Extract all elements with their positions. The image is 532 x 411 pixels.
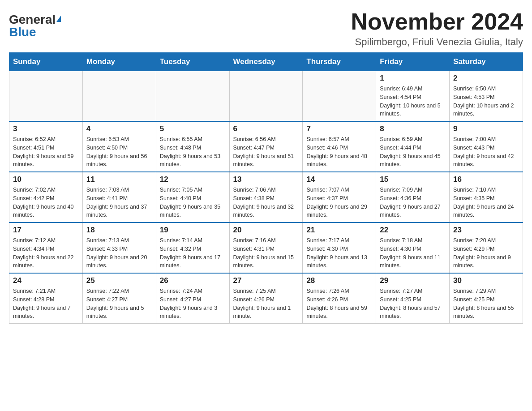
- logo-triangle-icon: [56, 16, 61, 22]
- calendar-cell: 2Sunrise: 6:50 AMSunset: 4:53 PMDaylight…: [450, 71, 523, 122]
- logo: General Blue: [9, 9, 61, 39]
- calendar-cell: 6Sunrise: 6:56 AMSunset: 4:47 PMDaylight…: [229, 121, 303, 172]
- calendar-cell: 23Sunrise: 7:20 AMSunset: 4:29 PMDayligh…: [450, 223, 523, 273]
- day-info: Sunrise: 6:56 AMSunset: 4:47 PMDaylight:…: [233, 135, 299, 169]
- day-info: Sunrise: 7:06 AMSunset: 4:38 PMDaylight:…: [233, 186, 299, 219]
- calendar-cell: 29Sunrise: 7:27 AMSunset: 4:25 PMDayligh…: [376, 273, 450, 324]
- day-of-week-header: Tuesday: [156, 53, 229, 71]
- day-number: 20: [233, 226, 299, 235]
- day-number: 12: [160, 175, 226, 184]
- location-subtitle: Spilimbergo, Friuli Venezia Giulia, Ital…: [351, 36, 523, 48]
- day-number: 19: [160, 226, 226, 235]
- day-info: Sunrise: 7:12 AMSunset: 4:34 PMDaylight:…: [13, 236, 79, 270]
- day-info: Sunrise: 6:57 AMSunset: 4:46 PMDaylight:…: [306, 135, 372, 169]
- day-number: 2: [453, 74, 519, 83]
- day-of-week-header: Sunday: [9, 53, 83, 71]
- logo-general-text: General: [9, 13, 56, 26]
- calendar-cell: 4Sunrise: 6:53 AMSunset: 4:50 PMDaylight…: [82, 121, 156, 172]
- day-info: Sunrise: 7:13 AMSunset: 4:33 PMDaylight:…: [86, 236, 152, 270]
- day-info: Sunrise: 6:59 AMSunset: 4:44 PMDaylight:…: [380, 135, 446, 169]
- calendar-table: SundayMondayTuesdayWednesdayThursdayFrid…: [9, 52, 523, 324]
- day-number: 5: [160, 124, 226, 133]
- calendar-cell: 12Sunrise: 7:05 AMSunset: 4:40 PMDayligh…: [156, 172, 229, 223]
- calendar-cell: 7Sunrise: 6:57 AMSunset: 4:46 PMDaylight…: [303, 121, 376, 172]
- day-number: 11: [86, 175, 152, 184]
- calendar-cell: 11Sunrise: 7:03 AMSunset: 4:41 PMDayligh…: [82, 172, 156, 223]
- day-number: 6: [233, 124, 299, 133]
- day-number: 7: [306, 124, 372, 133]
- day-info: Sunrise: 7:16 AMSunset: 4:31 PMDaylight:…: [233, 236, 299, 270]
- title-area: November 2024 Spilimbergo, Friuli Venezi…: [351, 9, 523, 48]
- calendar-week-row: 17Sunrise: 7:12 AMSunset: 4:34 PMDayligh…: [9, 223, 523, 273]
- day-info: Sunrise: 7:25 AMSunset: 4:26 PMDaylight:…: [233, 287, 299, 321]
- calendar-cell: 18Sunrise: 7:13 AMSunset: 4:33 PMDayligh…: [82, 223, 156, 273]
- day-number: 23: [453, 226, 519, 235]
- calendar-cell: [9, 71, 83, 122]
- day-number: 21: [306, 226, 372, 235]
- day-info: Sunrise: 7:27 AMSunset: 4:25 PMDaylight:…: [380, 287, 446, 321]
- calendar-cell: 22Sunrise: 7:18 AMSunset: 4:30 PMDayligh…: [376, 223, 450, 273]
- day-of-week-header: Monday: [82, 53, 156, 71]
- day-info: Sunrise: 7:29 AMSunset: 4:25 PMDaylight:…: [453, 287, 519, 321]
- calendar-cell: 15Sunrise: 7:09 AMSunset: 4:36 PMDayligh…: [376, 172, 450, 223]
- calendar-week-row: 10Sunrise: 7:02 AMSunset: 4:42 PMDayligh…: [9, 172, 523, 223]
- calendar-cell: 10Sunrise: 7:02 AMSunset: 4:42 PMDayligh…: [9, 172, 83, 223]
- day-info: Sunrise: 7:00 AMSunset: 4:43 PMDaylight:…: [453, 135, 519, 169]
- calendar-week-row: 1Sunrise: 6:49 AMSunset: 4:54 PMDaylight…: [9, 71, 523, 122]
- calendar-cell: 17Sunrise: 7:12 AMSunset: 4:34 PMDayligh…: [9, 223, 83, 273]
- day-number: 27: [233, 276, 299, 285]
- calendar-cell: 13Sunrise: 7:06 AMSunset: 4:38 PMDayligh…: [229, 172, 303, 223]
- day-number: 26: [160, 276, 226, 285]
- day-number: 4: [86, 124, 152, 133]
- calendar-cell: 19Sunrise: 7:14 AMSunset: 4:32 PMDayligh…: [156, 223, 229, 273]
- calendar-cell: 1Sunrise: 6:49 AMSunset: 4:54 PMDaylight…: [376, 71, 450, 122]
- calendar-cell: 20Sunrise: 7:16 AMSunset: 4:31 PMDayligh…: [229, 223, 303, 273]
- day-number: 13: [233, 175, 299, 184]
- page-header: General Blue November 2024 Spilimbergo, …: [9, 9, 523, 48]
- calendar-cell: 21Sunrise: 7:17 AMSunset: 4:30 PMDayligh…: [303, 223, 376, 273]
- calendar-cell: 16Sunrise: 7:10 AMSunset: 4:35 PMDayligh…: [450, 172, 523, 223]
- day-info: Sunrise: 7:02 AMSunset: 4:42 PMDaylight:…: [13, 186, 79, 219]
- logo-blue-text: Blue: [9, 26, 36, 39]
- calendar-cell: [229, 71, 303, 122]
- day-info: Sunrise: 7:20 AMSunset: 4:29 PMDaylight:…: [453, 236, 519, 270]
- day-info: Sunrise: 6:50 AMSunset: 4:53 PMDaylight:…: [453, 85, 519, 118]
- calendar-week-row: 24Sunrise: 7:21 AMSunset: 4:28 PMDayligh…: [9, 273, 523, 324]
- day-info: Sunrise: 7:24 AMSunset: 4:27 PMDaylight:…: [160, 287, 226, 321]
- day-number: 16: [453, 175, 519, 184]
- day-number: 22: [380, 226, 446, 235]
- day-number: 17: [13, 226, 79, 235]
- day-info: Sunrise: 7:18 AMSunset: 4:30 PMDaylight:…: [380, 236, 446, 270]
- calendar-cell: 28Sunrise: 7:26 AMSunset: 4:26 PMDayligh…: [303, 273, 376, 324]
- day-of-week-header: Friday: [376, 53, 450, 71]
- day-info: Sunrise: 7:03 AMSunset: 4:41 PMDaylight:…: [86, 186, 152, 219]
- day-of-week-header: Thursday: [303, 53, 376, 71]
- day-info: Sunrise: 7:17 AMSunset: 4:30 PMDaylight:…: [306, 236, 372, 270]
- day-info: Sunrise: 7:10 AMSunset: 4:35 PMDaylight:…: [453, 186, 519, 219]
- day-number: 24: [13, 276, 79, 285]
- day-of-week-header: Saturday: [450, 53, 523, 71]
- day-number: 25: [86, 276, 152, 285]
- day-number: 18: [86, 226, 152, 235]
- calendar-cell: 8Sunrise: 6:59 AMSunset: 4:44 PMDaylight…: [376, 121, 450, 172]
- day-number: 10: [13, 175, 79, 184]
- month-title: November 2024: [351, 9, 523, 34]
- calendar-cell: [82, 71, 156, 122]
- day-of-week-header: Wednesday: [229, 53, 303, 71]
- day-info: Sunrise: 6:49 AMSunset: 4:54 PMDaylight:…: [380, 85, 446, 118]
- calendar-cell: 27Sunrise: 7:25 AMSunset: 4:26 PMDayligh…: [229, 273, 303, 324]
- day-info: Sunrise: 7:26 AMSunset: 4:26 PMDaylight:…: [306, 287, 372, 321]
- day-number: 30: [453, 276, 519, 285]
- day-info: Sunrise: 7:05 AMSunset: 4:40 PMDaylight:…: [160, 186, 226, 219]
- calendar-cell: [156, 71, 229, 122]
- calendar-cell: 24Sunrise: 7:21 AMSunset: 4:28 PMDayligh…: [9, 273, 83, 324]
- day-info: Sunrise: 6:55 AMSunset: 4:48 PMDaylight:…: [160, 135, 226, 169]
- calendar-cell: 3Sunrise: 6:52 AMSunset: 4:51 PMDaylight…: [9, 121, 83, 172]
- calendar-week-row: 3Sunrise: 6:52 AMSunset: 4:51 PMDaylight…: [9, 121, 523, 172]
- day-number: 15: [380, 175, 446, 184]
- calendar-cell: 25Sunrise: 7:22 AMSunset: 4:27 PMDayligh…: [82, 273, 156, 324]
- calendar-cell: 14Sunrise: 7:07 AMSunset: 4:37 PMDayligh…: [303, 172, 376, 223]
- calendar-cell: 30Sunrise: 7:29 AMSunset: 4:25 PMDayligh…: [450, 273, 523, 324]
- day-info: Sunrise: 7:21 AMSunset: 4:28 PMDaylight:…: [13, 287, 79, 321]
- day-info: Sunrise: 7:22 AMSunset: 4:27 PMDaylight:…: [86, 287, 152, 321]
